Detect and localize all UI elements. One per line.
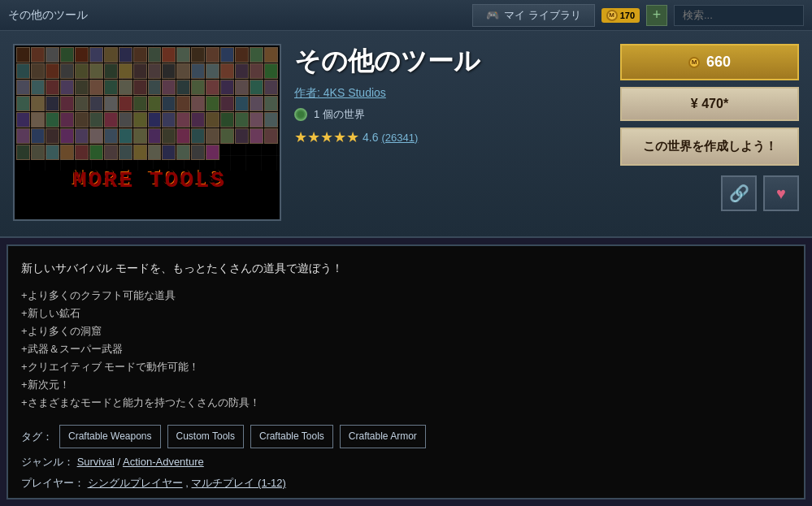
share-icon: 🔗 [729,184,749,203]
desc-features: +より多くのクラフト可能な道具+新しい鉱石+より多くの洞窟+武器＆スーパー武器+… [21,287,791,413]
multi-player-link[interactable]: マルチプレイ (1-12) [191,477,285,489]
share-button[interactable]: 🔗 [721,175,757,211]
desc-headline: 新しいサバイバル モードを、もっとたくさんの道具で遊ぼう！ [21,259,791,279]
product-header: MORE TOOLS その他のツール 作者: 4KS Studios 1 個の世… [0,31,812,238]
product-image: MORE TOOLS [13,44,281,221]
feature-item: +武器＆スーパー武器 [21,340,791,358]
world-icon [294,108,307,121]
product-meta: 1 個の世界 [294,107,607,122]
product-title: その他のツール [294,44,607,80]
feature-item: +より多くの洞窟 [21,322,791,340]
coin-amount: 170 [620,11,635,20]
genre-section: ジャンル： Survival / Action-Adventure [21,453,791,471]
library-book-icon: 🎮 [486,9,499,21]
top-bar: その他のツール 🎮 マイ ライブラリ M 170 + [0,0,812,31]
coin-icon: M [606,10,618,21]
top-bar-title: その他のツール [8,8,466,23]
coin-price-label: 660 [706,54,731,71]
feature-item: +新しい鉱石 [21,305,791,322]
tags-section: タグ： Craftable Weapons Custom Tools Craft… [21,425,791,448]
description-area: 新しいサバイバル モードを、もっとたくさんの道具で遊ぼう！ +より多くのクラフト… [7,244,805,500]
feature-item: +より多くのクラフト可能な道具 [21,287,791,305]
stars: ★★★★★ [294,128,359,146]
main-content: MORE TOOLS その他のツール 作者: 4KS Studios 1 個の世… [0,31,812,506]
star-rating: ★★★★★ 4.6 (26341) [294,128,607,146]
feature-item: +新次元！ [21,376,791,394]
yen-price-button[interactable]: ¥ 470* [620,87,799,121]
product-image-text: MORE TOOLS [15,166,280,191]
product-info: その他のツール 作者: 4KS Studios 1 個の世界 ★★★★★ 4.6… [294,44,607,223]
create-world-button[interactable]: この世界を作成しよう！ [620,128,799,166]
world-count: 1 個の世界 [314,107,365,122]
genre-label: ジャンル： [21,456,74,468]
feature-item: +クリエイティブ モードで動作可能！ [21,358,791,376]
tag-custom-tools[interactable]: Custom Tools [167,425,244,448]
add-button[interactable]: + [646,5,667,26]
coin-badge: M 170 [601,8,640,23]
genre-survival[interactable]: Survival [77,456,115,468]
coin-price-button[interactable]: M 660 [620,44,799,80]
tool-items-grid [16,47,278,160]
action-icons: 🔗 ♥ [620,175,799,211]
rating-value: 4.6 [363,131,378,144]
library-label: マイ ライブラリ [504,8,581,23]
tags-label: タグ： [21,428,53,446]
players-label: プレイヤー： [21,477,85,489]
rating-count[interactable]: (26341) [381,132,418,144]
genre-action-adventure[interactable]: Action-Adventure [123,456,204,468]
price-coin-icon: M [688,57,700,68]
tag-craftable-tools[interactable]: Craftable Tools [250,425,333,448]
feature-item: +さまざまなモードと能力を持つたくさんの防具！ [21,394,791,412]
player-section: プレイヤー： シングルプレイヤー , マルチプレイ (1-12) [21,474,791,492]
single-player-link[interactable]: シングルプレイヤー [88,477,183,489]
price-panel: M 660 ¥ 470* この世界を作成しよう！ 🔗 ♥ [620,44,799,223]
wishlist-button[interactable]: ♥ [763,175,799,211]
product-author[interactable]: 作者: 4KS Studios [294,86,607,101]
wishlist-heart-icon: ♥ [776,184,786,203]
search-input[interactable] [674,5,804,26]
tag-craftable-weapons[interactable]: Craftable Weapons [59,425,161,448]
tag-craftable-armor[interactable]: Craftable Armor [340,425,426,448]
library-button[interactable]: 🎮 マイ ライブラリ [472,4,595,27]
